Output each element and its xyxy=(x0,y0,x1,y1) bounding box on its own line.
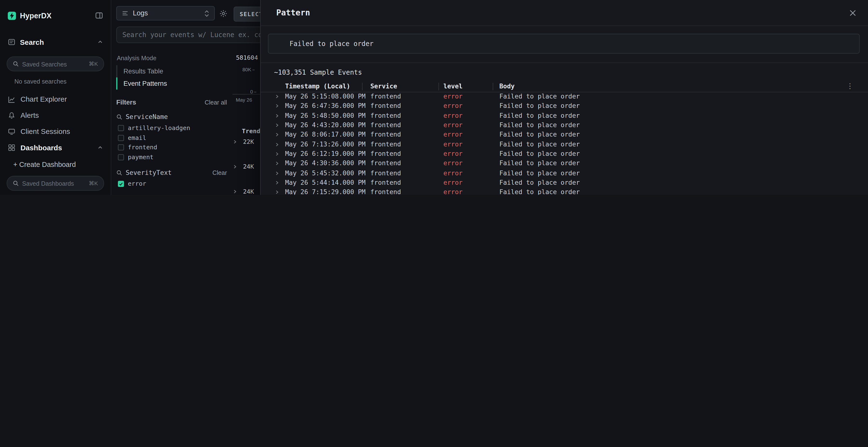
gear-icon xyxy=(219,9,227,18)
saved-dashboards-input[interactable]: Saved Dashboards ⌘K xyxy=(7,176,104,191)
event-level: error xyxy=(443,92,462,101)
column-timestamp[interactable]: Timestamp (Local) xyxy=(285,82,350,90)
filter-option[interactable]: artillery-loadgen xyxy=(116,123,227,133)
expand-row-icon[interactable] xyxy=(275,94,280,99)
event-row[interactable]: May 26 4:30:36.000 PM frontend error Fai… xyxy=(261,159,868,169)
event-row[interactable]: May 26 6:47:36.000 PM frontend error Fai… xyxy=(261,101,868,111)
event-row[interactable]: May 26 5:45:32.000 PM frontend error Fai… xyxy=(261,169,868,178)
event-row[interactable]: May 26 7:15:29.000 PM frontend error Fai… xyxy=(261,187,868,195)
mode-event-patterns[interactable]: Event Patterns xyxy=(116,77,227,90)
saved-searches-input[interactable]: Saved Searches ⌘K xyxy=(7,56,104,71)
expand-row-icon[interactable] xyxy=(275,133,280,138)
event-level: error xyxy=(443,121,462,130)
filter-option[interactable]: error xyxy=(116,179,227,189)
expand-row-icon[interactable] xyxy=(275,180,280,185)
event-service: frontend xyxy=(370,140,401,149)
filter-option-label: error xyxy=(128,180,146,187)
source-select[interactable]: Logs xyxy=(116,6,215,21)
nav-label: Chart Explorer xyxy=(21,95,67,103)
collapse-sidebar-icon[interactable] xyxy=(95,11,103,19)
sidebar-item-client-sessions[interactable]: Client Sessions xyxy=(0,123,111,139)
event-service: frontend xyxy=(370,178,401,188)
event-body: Failed to place order xyxy=(499,149,580,159)
hyperdx-logo[interactable]: HyperDX xyxy=(8,11,51,20)
search-icon xyxy=(116,114,122,120)
mode-results-table[interactable]: Results Table xyxy=(116,65,227,77)
event-row[interactable]: May 26 5:44:14.000 PM frontend error Fai… xyxy=(261,178,868,188)
pattern-count: 24K xyxy=(243,187,254,195)
source-settings-button[interactable] xyxy=(217,8,228,19)
filter-option[interactable]: payment xyxy=(116,152,227,162)
nav-label: Client Sessions xyxy=(21,127,70,135)
filter-option[interactable]: email xyxy=(116,133,227,143)
clear-severity-button[interactable]: Clear xyxy=(212,169,227,176)
checkbox-icon[interactable] xyxy=(118,144,124,150)
column-resize-handle[interactable] xyxy=(438,83,439,90)
search-section-header[interactable]: Search xyxy=(0,35,111,49)
event-row[interactable]: May 26 6:12:19.000 PM frontend error Fai… xyxy=(261,149,868,159)
event-body: Failed to place order xyxy=(499,101,580,111)
events-table-body: May 26 5:15:08.000 PM frontend error Fai… xyxy=(261,92,868,195)
modal-header: Pattern xyxy=(261,0,868,26)
expand-row-icon[interactable] xyxy=(275,151,280,157)
column-service[interactable]: Service xyxy=(370,82,397,90)
sidebar-item-alerts[interactable]: Alerts xyxy=(0,107,111,123)
table-options-icon[interactable]: ⋮ xyxy=(846,82,854,90)
column-body[interactable]: Body xyxy=(499,82,515,90)
saved-dashboards-placeholder: Saved Dashboards xyxy=(22,180,85,187)
checkbox-icon[interactable] xyxy=(118,154,124,160)
search-page-icon xyxy=(8,38,16,46)
event-row[interactable]: May 26 5:48:50.000 PM frontend error Fai… xyxy=(261,111,868,121)
checkbox-checked-icon[interactable] xyxy=(118,181,124,187)
chart-explorer-icon xyxy=(8,95,16,103)
chevron-up-icon xyxy=(97,145,103,150)
sidebar-nav: Chart Explorer Alerts Client Sessions xyxy=(0,91,111,139)
clear-all-filters-button[interactable]: Clear all xyxy=(205,99,227,106)
facet-severitytext-header[interactable]: SeverityText Clear xyxy=(116,169,227,176)
pattern-row[interactable]: 22K xyxy=(232,138,254,145)
close-icon[interactable] xyxy=(846,6,859,19)
pattern-count: 22K xyxy=(243,138,254,145)
analysis-mode-group: Results Table Event Patterns xyxy=(116,65,227,90)
event-row[interactable]: May 26 5:15:08.000 PM frontend error Fai… xyxy=(261,92,868,101)
column-resize-handle[interactable] xyxy=(493,83,493,90)
event-row[interactable]: May 26 8:06:17.000 PM frontend error Fai… xyxy=(261,130,868,140)
dashboards-section-title: Dashboards xyxy=(21,143,92,152)
histogram-xlabel: May 26 xyxy=(236,97,252,103)
expand-row-icon[interactable] xyxy=(275,104,280,109)
expand-row-icon[interactable] xyxy=(275,113,280,118)
logo-row: HyperDX xyxy=(0,0,111,31)
sidebar-item-chart-explorer[interactable]: Chart Explorer xyxy=(0,91,111,107)
event-service: frontend xyxy=(370,121,401,130)
checkbox-icon[interactable] xyxy=(118,125,124,131)
logo-text: HyperDX xyxy=(20,11,52,20)
expand-row-icon[interactable] xyxy=(275,161,280,166)
search-icon xyxy=(116,170,122,176)
divider xyxy=(261,62,868,63)
histogram-ytick-min: 0 xyxy=(250,89,256,95)
analysis-mode-label: Analysis Mode xyxy=(116,55,227,61)
expand-row-icon[interactable] xyxy=(275,123,280,128)
checkbox-icon[interactable] xyxy=(118,135,124,141)
pattern-row[interactable]: 24K xyxy=(232,187,254,195)
expand-row-icon[interactable] xyxy=(275,190,280,195)
chevron-right-icon xyxy=(232,139,238,144)
event-row[interactable]: May 26 7:13:26.000 PM frontend error Fai… xyxy=(261,140,868,149)
event-timestamp: May 26 5:45:32.000 PM xyxy=(285,169,366,178)
app-root: HyperDX Search Saved Searches ⌘K No save… xyxy=(0,0,868,195)
event-row[interactable]: May 26 4:43:20.000 PM frontend error Fai… xyxy=(261,121,868,130)
column-resize-handle[interactable] xyxy=(362,83,363,90)
dashboards-section-header[interactable]: Dashboards xyxy=(0,139,111,156)
event-timestamp: May 26 5:48:50.000 PM xyxy=(285,111,366,121)
filter-option[interactable]: frontend xyxy=(116,143,227,152)
expand-row-icon[interactable] xyxy=(275,142,280,147)
event-service: frontend xyxy=(370,149,401,159)
event-body: Failed to place order xyxy=(499,169,580,178)
facet-servicename-header[interactable]: ServiceName xyxy=(116,113,227,121)
pattern-row[interactable]: 24K xyxy=(232,163,254,170)
filter-option-label: frontend xyxy=(128,144,157,151)
expand-row-icon[interactable] xyxy=(275,171,280,176)
column-level[interactable]: level xyxy=(443,82,462,90)
facet-servicename-options: artillery-loadgen email frontend payment xyxy=(116,123,227,162)
create-dashboard-button[interactable]: + Create Dashboard xyxy=(0,158,111,171)
